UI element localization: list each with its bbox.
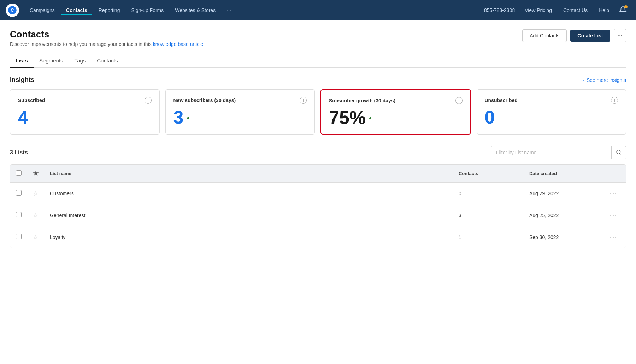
header-checkbox-col <box>10 165 27 183</box>
star-customers[interactable]: ☆ <box>33 190 39 197</box>
row-star-customers: ☆ <box>27 183 44 204</box>
insight-value-subscribed: 4 <box>18 108 152 126</box>
nav-item-websites-stores[interactable]: Websites & Stores <box>170 5 220 15</box>
insight-card-subscriber-growth: Subscriber growth (30 days) i 75% ▲ <box>320 89 471 135</box>
lists-count: 3 Lists <box>10 149 28 156</box>
row-contacts-loyalty: 1 <box>453 226 524 248</box>
row-date-customers: Aug 29, 2022 <box>524 183 601 204</box>
notifications-bell[interactable] <box>616 4 630 17</box>
tab-segments[interactable]: Segments <box>34 54 69 68</box>
insight-value-subscriber-growth: 75% ▲ <box>329 108 463 127</box>
row-star-general-interest: ☆ <box>27 204 44 226</box>
row-date-loyalty: Sep 30, 2022 <box>524 226 601 248</box>
row-actions-customers: ··· <box>601 183 626 204</box>
top-navigation: C Campaigns Contacts Reporting Sign-up F… <box>0 0 636 20</box>
create-list-button[interactable]: Create List <box>570 30 610 42</box>
row-checkbox-customers <box>10 183 27 204</box>
star-header-icon: ★ <box>33 170 39 177</box>
nav-contact-us[interactable]: Contact Us <box>558 5 593 15</box>
sort-icon: ↑ <box>74 171 76 176</box>
table-row: ☆ Customers 0 Aug 29, 2022 ··· <box>10 183 626 204</box>
nav-item-campaigns[interactable]: Campaigns <box>25 5 60 15</box>
nav-right-actions: 855-783-2308 View Pricing Contact Us Hel… <box>481 4 630 17</box>
page-title: Contacts <box>10 29 205 40</box>
insight-info-subscribed[interactable]: i <box>145 97 152 104</box>
row-actions-loyalty: ··· <box>601 226 626 248</box>
row-contacts-general-interest: 3 <box>453 204 524 226</box>
insight-card-unsubscribed: Unsubscribed i 0 <box>477 89 626 135</box>
row-actions-general-interest: ··· <box>601 204 626 226</box>
nav-item-signup-forms[interactable]: Sign-up Forms <box>126 5 169 15</box>
checkbox-customers[interactable] <box>16 190 22 196</box>
lists-section-header: 3 Lists <box>10 146 626 159</box>
nav-help[interactable]: Help <box>594 5 614 15</box>
row-menu-button-general-interest[interactable]: ··· <box>607 210 620 220</box>
svg-line-3 <box>620 153 621 154</box>
header-listname[interactable]: List name ↑ <box>44 165 453 183</box>
main-content: Contacts Discover improvements to help y… <box>0 20 636 257</box>
svg-text:C: C <box>11 7 14 13</box>
tab-lists[interactable]: Lists <box>10 54 34 68</box>
page-description: Discover improvements to help you manage… <box>10 41 205 47</box>
checkbox-general-interest[interactable] <box>16 212 22 217</box>
checkbox-loyalty[interactable] <box>16 234 22 239</box>
nav-item-contacts[interactable]: Contacts <box>61 5 92 15</box>
star-loyalty[interactable]: ☆ <box>33 233 39 241</box>
add-contacts-button[interactable]: Add Contacts <box>522 29 567 42</box>
nav-item-more[interactable]: ··· <box>222 5 236 15</box>
filter-search-button[interactable] <box>611 146 626 159</box>
row-listname-customers[interactable]: Customers <box>44 183 453 204</box>
notification-dot <box>624 5 628 8</box>
filter-box <box>491 146 626 159</box>
insights-header: Insights → See more insights <box>10 76 626 84</box>
star-general-interest[interactable]: ☆ <box>33 211 39 219</box>
table-header-row: ★ List name ↑ Contacts Date created <box>10 165 626 183</box>
nav-phone: 855-783-2308 <box>481 5 518 15</box>
insights-cards: Subscribed i 4 New subscribers (30 days)… <box>10 89 626 135</box>
insight-info-new-subscribers[interactable]: i <box>300 97 307 104</box>
filter-list-input[interactable] <box>491 150 611 155</box>
insight-card-subscribed: Subscribed i 4 <box>10 89 160 135</box>
page-header-right: Add Contacts Create List ··· <box>522 29 626 42</box>
insight-value-unsubscribed: 0 <box>485 108 618 126</box>
see-more-insights-link[interactable]: → See more insights <box>580 77 626 83</box>
lists-table: ★ List name ↑ Contacts Date created <box>10 164 626 248</box>
row-date-general-interest: Aug 25, 2022 <box>524 204 601 226</box>
row-contacts-customers: 0 <box>453 183 524 204</box>
nav-item-reporting[interactable]: Reporting <box>94 5 125 15</box>
trend-up-icon: ▲ <box>186 115 190 120</box>
tab-tags[interactable]: Tags <box>69 54 92 68</box>
row-checkbox-general-interest <box>10 204 27 226</box>
trend-up-growth-icon: ▲ <box>368 115 373 120</box>
insight-label-subscriber-growth: Subscriber growth (30 days) <box>329 98 395 103</box>
header-date-created: Date created <box>524 165 601 183</box>
row-menu-button-customers[interactable]: ··· <box>607 188 620 198</box>
select-all-checkbox[interactable] <box>16 170 22 176</box>
page-header: Contacts Discover improvements to help y… <box>10 29 626 47</box>
nav-view-pricing[interactable]: View Pricing <box>520 5 557 15</box>
row-listname-general-interest[interactable]: General Interest <box>44 204 453 226</box>
search-icon <box>616 149 622 155</box>
insight-label-new-subscribers: New subscribers (30 days) <box>173 97 236 103</box>
insight-card-new-subscribers: New subscribers (30 days) i 3 ▲ <box>165 89 315 135</box>
page-header-left: Contacts Discover improvements to help y… <box>10 29 205 47</box>
row-menu-button-loyalty[interactable]: ··· <box>607 232 620 242</box>
row-listname-loyalty[interactable]: Loyalty <box>44 226 453 248</box>
row-checkbox-loyalty <box>10 226 27 248</box>
insight-value-new-subscribers: 3 ▲ <box>173 108 307 126</box>
knowledge-base-link[interactable]: knowledge base article. <box>153 41 205 47</box>
insight-info-unsubscribed[interactable]: i <box>611 97 618 104</box>
header-contacts: Contacts <box>453 165 524 183</box>
table-row: ☆ General Interest 3 Aug 25, 2022 ··· <box>10 204 626 226</box>
more-actions-button[interactable]: ··· <box>614 29 626 42</box>
app-logo[interactable]: C <box>6 4 19 17</box>
insight-info-subscriber-growth[interactable]: i <box>455 97 463 104</box>
svg-point-2 <box>617 150 620 154</box>
page-tabs: Lists Segments Tags Contacts <box>10 54 626 68</box>
table-row: ☆ Loyalty 1 Sep 30, 2022 ··· <box>10 226 626 248</box>
row-star-loyalty: ☆ <box>27 226 44 248</box>
header-actions-col <box>601 165 626 183</box>
arrow-icon: → <box>580 77 585 83</box>
header-star-col: ★ <box>27 165 44 183</box>
tab-contacts[interactable]: Contacts <box>91 54 123 68</box>
